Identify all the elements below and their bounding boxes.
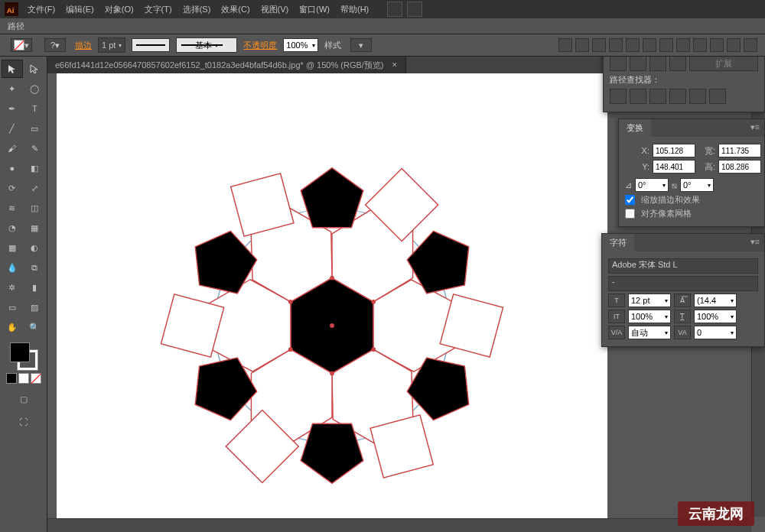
rotate-input[interactable]: 0°▾: [635, 178, 669, 192]
align-right-icon[interactable]: [592, 38, 606, 52]
distribute-v-icon[interactable]: [676, 38, 690, 52]
shape-builder-tool[interactable]: ◔: [2, 219, 23, 237]
close-tab-icon[interactable]: ✕: [392, 61, 398, 69]
column-graph-tool[interactable]: ▮: [24, 278, 46, 297]
tab-transform[interactable]: 变换: [619, 119, 651, 137]
pen-tool[interactable]: ✒: [2, 99, 23, 118]
align-bottom-icon[interactable]: [643, 38, 656, 52]
zoom-tool[interactable]: 🔍: [24, 318, 46, 336]
help-dropdown[interactable]: ?▾: [44, 38, 66, 52]
artwork-soccer-ball[interactable]: [148, 142, 516, 509]
trim-icon[interactable]: [630, 89, 646, 104]
draw-mode-normal-icon[interactable]: ▢: [13, 390, 34, 408]
menu-object[interactable]: 对象(O): [100, 2, 138, 17]
panel-menu-icon[interactable]: ▾≡: [746, 119, 764, 137]
menu-window[interactable]: 窗口(W): [295, 2, 334, 17]
gradient-tool[interactable]: ◐: [24, 238, 46, 257]
unite-icon[interactable]: [610, 57, 627, 71]
tracking-input[interactable]: 0▾: [694, 326, 737, 339]
h-input[interactable]: [718, 160, 761, 174]
y-input[interactable]: [653, 160, 695, 174]
align-left-icon[interactable]: [558, 38, 572, 52]
gradient-mode-icon[interactable]: [18, 373, 29, 384]
hscale-input[interactable]: 100%▾: [694, 310, 737, 323]
x-input[interactable]: [653, 144, 695, 157]
screen-mode-icon[interactable]: ⛶: [13, 413, 34, 431]
none-mode-icon[interactable]: [31, 373, 41, 384]
align-pixel-checkbox[interactable]: [625, 209, 635, 219]
menu-view[interactable]: 视图(V): [256, 2, 294, 17]
free-transform-tool[interactable]: ◫: [24, 199, 46, 217]
menu-help[interactable]: 帮助(H): [336, 2, 373, 17]
transform-panel-icon[interactable]: [710, 38, 724, 52]
blob-brush-tool[interactable]: ●: [2, 159, 23, 177]
pencil-tool[interactable]: ✎: [24, 139, 46, 157]
w-input[interactable]: [718, 144, 761, 157]
eyedropper-tool[interactable]: 💧: [2, 258, 23, 277]
expand-button[interactable]: 扩展: [689, 57, 758, 71]
document-tab[interactable]: e66fd1441d12e0566470857602ef6152_t0182a3…: [47, 57, 406, 73]
isolate-icon[interactable]: [727, 38, 741, 52]
menu-type[interactable]: 文字(T): [140, 2, 177, 17]
kerning-input[interactable]: 自动▾: [628, 326, 671, 339]
leading-input[interactable]: (14.4▾: [694, 294, 737, 307]
merge-icon[interactable]: [649, 89, 666, 104]
artboard-tool[interactable]: ▭: [2, 298, 23, 316]
graphic-style-dropdown[interactable]: ▾: [350, 38, 372, 52]
stroke-label-link[interactable]: 描边: [75, 40, 92, 51]
rectangle-tool[interactable]: ▭: [24, 119, 46, 138]
crop-icon[interactable]: [669, 89, 686, 104]
lasso-tool[interactable]: ◯: [24, 79, 46, 98]
vscale-input[interactable]: 100%▾: [628, 310, 671, 323]
rotate-tool[interactable]: ⟳: [2, 179, 23, 197]
color-mode-icon[interactable]: [6, 373, 17, 384]
align-center-h-icon[interactable]: [575, 38, 589, 52]
eraser-tool[interactable]: ◧: [24, 159, 46, 177]
shear-input[interactable]: 0°▾: [680, 178, 714, 192]
scale-tool[interactable]: ⤢: [24, 179, 46, 197]
scale-strokes-checkbox[interactable]: [625, 195, 635, 205]
magic-wand-tool[interactable]: ✦: [2, 79, 23, 98]
panel-menu-icon[interactable]: ▾≡: [746, 234, 764, 251]
brush-definition-dropdown[interactable]: 基本▾: [176, 37, 237, 53]
divide-icon[interactable]: [610, 89, 627, 104]
symbol-sprayer-tool[interactable]: ✲: [2, 278, 23, 297]
fill-stroke-swatch[interactable]: [10, 342, 37, 370]
reference-point-icon[interactable]: [625, 149, 628, 169]
menu-effect[interactable]: 效果(C): [216, 2, 254, 17]
bridge-icon[interactable]: [387, 2, 402, 17]
stroke-weight-input[interactable]: 1 pt▾: [98, 37, 125, 53]
fill-swatch-dropdown[interactable]: ▾: [11, 38, 32, 52]
hand-tool[interactable]: ✋: [2, 318, 23, 336]
minus-back-icon[interactable]: [709, 89, 726, 104]
edit-icon[interactable]: [744, 38, 757, 52]
arrange-docs-icon[interactable]: [407, 2, 422, 17]
stroke-profile-dropdown[interactable]: [132, 38, 170, 52]
tab-character[interactable]: 字符: [602, 234, 634, 251]
menu-select[interactable]: 选择(S): [178, 2, 216, 17]
mesh-tool[interactable]: ▩: [2, 238, 23, 257]
align-top-icon[interactable]: [609, 38, 623, 52]
slice-tool[interactable]: ▨: [24, 298, 46, 316]
blend-tool[interactable]: ⧉: [24, 258, 46, 277]
menu-file[interactable]: 文件(F): [23, 2, 60, 17]
brush-tool[interactable]: 🖌: [2, 139, 23, 157]
line-tool[interactable]: ╱: [2, 119, 23, 138]
menu-edit[interactable]: 编辑(E): [61, 2, 99, 17]
direct-selection-tool[interactable]: [24, 60, 45, 78]
font-style-dropdown[interactable]: -: [608, 276, 758, 291]
fill-swatch[interactable]: [10, 342, 30, 362]
font-family-dropdown[interactable]: Adobe 宋体 Std L: [608, 258, 758, 274]
horizontal-scrollbar[interactable]: [47, 518, 751, 532]
perspective-grid-tool[interactable]: ▦: [24, 219, 46, 237]
outline-icon[interactable]: [689, 89, 706, 104]
font-size-input[interactable]: 12 pt▾: [628, 294, 671, 307]
selection-tool[interactable]: [2, 60, 23, 78]
width-tool[interactable]: ≋: [2, 199, 23, 217]
opacity-label-link[interactable]: 不透明度: [243, 40, 277, 51]
align-to-icon[interactable]: [693, 38, 707, 52]
distribute-h-icon[interactable]: [659, 38, 673, 52]
align-middle-v-icon[interactable]: [626, 38, 640, 52]
minus-front-icon[interactable]: [630, 57, 646, 71]
type-tool[interactable]: T: [24, 99, 46, 118]
